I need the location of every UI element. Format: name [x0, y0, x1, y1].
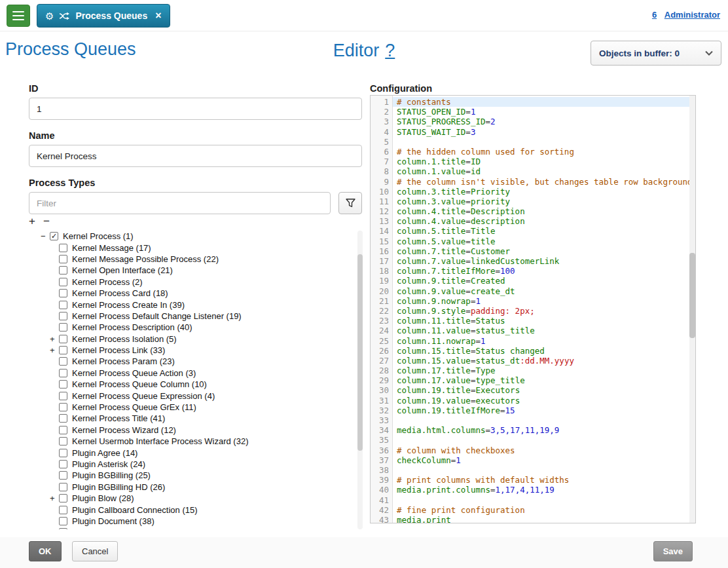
- code-line[interactable]: [397, 465, 695, 475]
- process-type-filter-input[interactable]: [29, 192, 331, 214]
- code-line[interactable]: [397, 435, 695, 445]
- code-line[interactable]: STATUS_OPEN_ID=1: [397, 107, 695, 117]
- tree-item-label[interactable]: Kernel Open Interface (21): [72, 265, 173, 275]
- expand-all-button[interactable]: +: [29, 215, 35, 228]
- cancel-button[interactable]: Cancel: [72, 541, 118, 561]
- tree-checkbox[interactable]: [59, 380, 67, 388]
- tree-item[interactable]: Plugin Asterisk (24): [29, 459, 356, 470]
- tree-item-label[interactable]: Plugin Email (31): [72, 527, 137, 529]
- code-line[interactable]: column.9.value=create_dt: [397, 286, 695, 296]
- tree-item-label[interactable]: Kernel Process Param (23): [72, 356, 175, 366]
- tree-item-label[interactable]: Plugin Document (38): [72, 516, 155, 526]
- tree-checkbox[interactable]: [59, 471, 67, 480]
- code-line[interactable]: column.5.value=title: [397, 237, 695, 246]
- code-line[interactable]: column.11.value=status_title: [397, 326, 695, 335]
- collapse-all-button[interactable]: −: [43, 215, 50, 228]
- user-id-link[interactable]: 6: [652, 10, 657, 20]
- code-line[interactable]: media.print: [397, 515, 695, 523]
- code-line[interactable]: [397, 415, 695, 425]
- code-line[interactable]: column.3.title=Priority: [397, 187, 695, 197]
- tree-checkbox[interactable]: [59, 449, 67, 457]
- tree-item-label[interactable]: Kernel Process Create In (39): [72, 300, 185, 310]
- help-link[interactable]: ?: [385, 41, 395, 61]
- tree-item-label[interactable]: Kernel Process (1): [63, 231, 134, 241]
- tree-checkbox[interactable]: [59, 403, 67, 411]
- tree-checkbox[interactable]: [59, 323, 67, 331]
- code-line[interactable]: column.15.title=Status changed: [397, 346, 695, 356]
- code-line[interactable]: media.html.columns=3,5,17,11,19,9: [397, 425, 695, 435]
- code-line[interactable]: column.17.value=type_title: [397, 375, 695, 385]
- code-line[interactable]: STATUS_PROGRESS_ID=2: [397, 117, 695, 126]
- id-field[interactable]: [29, 98, 362, 120]
- tree-item[interactable]: Kernel Process Wizard (12): [29, 425, 356, 436]
- tree-checkbox[interactable]: [59, 517, 67, 525]
- tree-item[interactable]: Kernel Usermob Interface Process Wizard …: [29, 436, 356, 447]
- editor-scrollbar-thumb[interactable]: [689, 253, 695, 338]
- tree-item[interactable]: +Kernel Process Isolation (5): [29, 333, 356, 345]
- tree-scrollbar-thumb[interactable]: [357, 254, 363, 451]
- tree-checkbox[interactable]: [59, 266, 67, 275]
- tree-item[interactable]: Kernel Process Queue Expression (4): [29, 390, 356, 401]
- tree-item-label[interactable]: Plugin Blow (28): [72, 493, 134, 503]
- tree-item-label[interactable]: Kernel Usermob Interface Process Wizard …: [72, 436, 248, 446]
- code-line[interactable]: # constants: [393, 97, 695, 107]
- tree-toggle-icon[interactable]: +: [50, 493, 59, 503]
- tree-toggle-icon[interactable]: +: [50, 345, 59, 355]
- tree-checkbox[interactable]: ✓: [50, 232, 58, 240]
- code-area[interactable]: # constantsSTATUS_OPEN_ID=1STATUS_PROGRE…: [393, 96, 695, 523]
- tree-toggle-icon[interactable]: +: [50, 334, 59, 344]
- tree-item[interactable]: Kernel Process Description (40): [29, 322, 356, 333]
- tree-checkbox[interactable]: [59, 301, 67, 309]
- code-line[interactable]: column.9.nowrap=1: [397, 296, 695, 306]
- tree-checkbox[interactable]: [59, 392, 67, 400]
- tree-checkbox[interactable]: [59, 335, 67, 343]
- ok-button[interactable]: OK: [29, 541, 62, 561]
- code-line[interactable]: column.5.title=Title: [397, 226, 695, 236]
- tree-item[interactable]: Kernel Process Card (18): [29, 288, 356, 299]
- configuration-editor[interactable]: 1234567891011121314151617181920212223242…: [370, 95, 696, 523]
- tree-checkbox[interactable]: [59, 506, 67, 514]
- code-line[interactable]: column.9.style=padding: 2px;: [397, 306, 695, 316]
- tree-item-label[interactable]: Kernel Process Default Change Listener (…: [72, 311, 242, 321]
- tree-checkbox[interactable]: [59, 494, 67, 502]
- tree-item-label[interactable]: Kernel Process Title (41): [72, 413, 165, 423]
- tree-item-label[interactable]: Plugin Agree (14): [72, 448, 137, 458]
- tree-item-label[interactable]: Kernel Process Card (18): [72, 288, 168, 298]
- tree-item-label[interactable]: Kernel Process Queue Expression (4): [72, 391, 215, 401]
- code-line[interactable]: column.17.title=Type: [397, 366, 695, 375]
- code-line[interactable]: column.9.title=Created: [397, 276, 695, 286]
- tree-checkbox[interactable]: [59, 437, 67, 445]
- tree-item-label[interactable]: Plugin BGBilling (25): [72, 470, 151, 480]
- code-line[interactable]: column.19.title=Executors: [397, 385, 695, 395]
- menu-button[interactable]: [7, 5, 30, 27]
- code-line[interactable]: [397, 137, 695, 147]
- tab-process-queues[interactable]: ⚙ Process Queues ×: [37, 4, 170, 28]
- editor-scrollbar[interactable]: [689, 96, 695, 523]
- tree-item-label[interactable]: Kernel Process Description (40): [72, 322, 192, 332]
- code-line[interactable]: column.3.value=priority: [397, 197, 695, 206]
- tree-item[interactable]: Plugin BGBilling HD (26): [29, 482, 356, 493]
- tree-item[interactable]: Plugin Document (38): [29, 516, 356, 527]
- tree-checkbox[interactable]: [59, 369, 67, 377]
- code-line[interactable]: STATUS_WAIT_ID=3: [397, 127, 695, 137]
- tree-item-label[interactable]: Kernel Process Queue Action (3): [72, 368, 196, 378]
- tree-toggle-icon[interactable]: −: [41, 231, 50, 241]
- tree-item-label[interactable]: Kernel Process Queue Column (10): [72, 379, 207, 389]
- code-line[interactable]: column.1.value=id: [397, 166, 695, 176]
- code-line[interactable]: # the column isn't visible, but changes …: [397, 177, 695, 187]
- close-icon[interactable]: ×: [155, 10, 161, 21]
- code-line[interactable]: column.1.title=ID: [397, 157, 695, 166]
- code-line[interactable]: column.11.nowrap=1: [397, 336, 695, 346]
- tree-item-label[interactable]: Kernel Process Isolation (5): [72, 334, 177, 344]
- code-line[interactable]: column.7.value=linkedCustomerLink: [397, 256, 695, 266]
- code-line[interactable]: # print columns with default widths: [397, 475, 695, 485]
- tree-item[interactable]: Kernel Process Create In (39): [29, 299, 356, 310]
- code-line[interactable]: column.11.title=Status: [397, 316, 695, 326]
- code-line[interactable]: media.print.columns=1,17,4,11,19: [397, 485, 695, 495]
- tree-item[interactable]: Kernel Process Queue GrEx (11): [29, 402, 356, 413]
- tree-item[interactable]: Plugin Agree (14): [29, 447, 356, 458]
- tree-item[interactable]: Kernel Process Param (23): [29, 356, 356, 367]
- tree-checkbox[interactable]: [59, 278, 67, 286]
- tree-checkbox[interactable]: [59, 289, 67, 297]
- tree-item-label[interactable]: Kernel Message Possible Process (22): [72, 254, 219, 264]
